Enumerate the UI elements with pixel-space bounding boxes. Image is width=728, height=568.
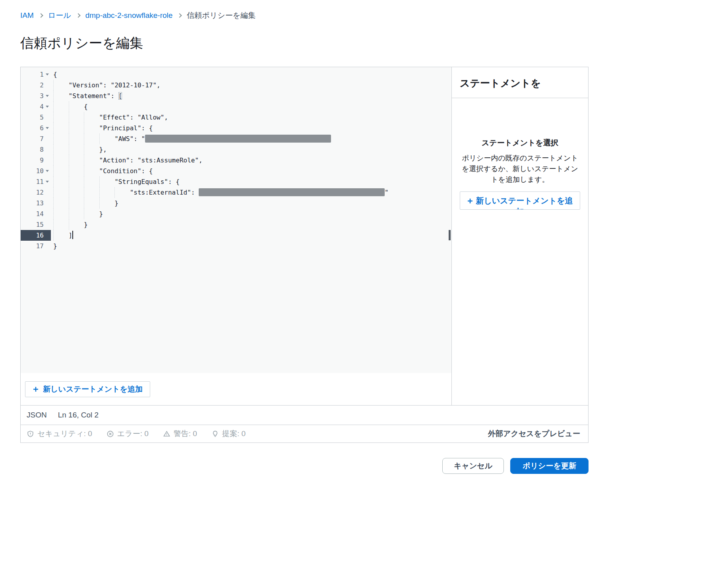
add-statement-panel-button[interactable]: 新しいステートメントを追加 (460, 191, 580, 210)
indent-guide (69, 123, 69, 133)
code-text: } (51, 241, 451, 251)
code-text: "StringEquals": { (51, 176, 451, 187)
breadcrumb-item-role-name[interactable]: dmp-abc-2-snowflake-role (85, 11, 173, 20)
suggestions-counter-label: 提案: 0 (222, 429, 246, 439)
code-text: "Effect": "Allow", (51, 112, 451, 123)
code-text: }, (51, 144, 451, 155)
code-line-6[interactable]: 6 "Principal": { (21, 123, 451, 133)
indent-guide (84, 209, 84, 219)
code-editor-column: 1{2 "Version": "2012-10-17",3 "Statement… (21, 67, 451, 405)
line-number[interactable]: 8 (21, 144, 51, 155)
indent-guide (53, 155, 54, 166)
line-number[interactable]: 7 (21, 133, 51, 144)
text-cursor (72, 231, 73, 239)
code-line-4[interactable]: 4 { (21, 101, 451, 112)
indent-guide (69, 209, 69, 219)
fold-spacer (44, 155, 51, 166)
fold-arrow-icon[interactable] (44, 91, 51, 101)
code-line-17[interactable]: 17} (21, 241, 451, 251)
line-number[interactable]: 16 (21, 230, 51, 241)
line-number[interactable]: 2 (21, 80, 51, 91)
fold-spacer (44, 112, 51, 123)
line-number[interactable]: 12 (21, 187, 51, 198)
suggestions-counter[interactable]: 提案: 0 (211, 429, 246, 439)
warnings-counter-label: 警告: 0 (174, 429, 197, 439)
line-number[interactable]: 5 (21, 112, 51, 123)
code-line-16[interactable]: 16 ] (21, 230, 451, 241)
redacted-value (145, 135, 331, 143)
breadcrumb-item-roles[interactable]: ロール (48, 10, 71, 21)
code-text: } (51, 209, 451, 219)
chevron-right-icon (39, 13, 43, 17)
indent-guide (114, 187, 115, 198)
code-text: { (51, 69, 451, 80)
fold-spacer (44, 219, 51, 230)
fold-arrow-icon[interactable] (44, 176, 51, 187)
line-number[interactable]: 10 (21, 166, 51, 176)
line-number[interactable]: 3 (21, 91, 51, 101)
add-statement-button[interactable]: 新しいステートメントを追加 (25, 381, 150, 397)
update-policy-button[interactable]: ポリシーを更新 (510, 458, 589, 474)
fold-spacer (44, 230, 51, 241)
code-line-13[interactable]: 13 } (21, 198, 451, 209)
add-statement-button-label: 新しいステートメントを追加 (43, 384, 143, 394)
code-line-10[interactable]: 10 "Condition": { (21, 166, 451, 176)
warnings-counter[interactable]: 警告: 0 (163, 429, 197, 439)
indent-guide (84, 166, 84, 176)
warning-triangle-icon (163, 430, 170, 438)
breadcrumb-item-iam[interactable]: IAM (20, 11, 34, 20)
code-text: "AWS": " (51, 133, 451, 144)
line-number[interactable]: 4 (21, 101, 51, 112)
code-text: "Condition": { (51, 166, 451, 176)
errors-counter[interactable]: エラー: 0 (106, 429, 149, 439)
fold-arrow-icon[interactable] (44, 101, 51, 112)
editor-mode-label: JSON (27, 411, 47, 419)
line-number[interactable]: 1 (21, 69, 51, 80)
side-panel-title: ステートメントを (452, 67, 588, 98)
code-line-9[interactable]: 9 "Action": "sts:AssumeRole", (21, 155, 451, 166)
fold-arrow-icon[interactable] (44, 123, 51, 133)
code-line-2[interactable]: 2 "Version": "2012-10-17", (21, 80, 451, 91)
code-line-3[interactable]: 3 "Statement": [ (21, 91, 451, 101)
page-actions: キャンセル ポリシーを更新 (20, 458, 589, 474)
line-number[interactable]: 15 (21, 219, 51, 230)
line-number[interactable]: 13 (21, 198, 51, 209)
code-line-12[interactable]: 12 "sts:ExternalId": " (21, 187, 451, 198)
code-editor[interactable]: 1{2 "Version": "2012-10-17",3 "Statement… (21, 67, 451, 373)
breadcrumb-item-current: 信頼ポリシーを編集 (187, 10, 256, 21)
fold-arrow-icon[interactable] (44, 69, 51, 80)
indent-guide (99, 198, 100, 209)
indent-guide (69, 198, 69, 209)
code-line-14[interactable]: 14 } (21, 209, 451, 219)
code-line-5[interactable]: 5 "Effect": "Allow", (21, 112, 451, 123)
fold-spacer (44, 133, 51, 144)
error-circle-icon (106, 430, 114, 438)
code-text: "Principal": { (51, 123, 451, 133)
indent-guide (53, 176, 54, 187)
trust-policy-editor: 1{2 "Version": "2012-10-17",3 "Statement… (20, 67, 589, 443)
redacted-value (199, 188, 385, 196)
line-number[interactable]: 9 (21, 155, 51, 166)
indent-guide (53, 91, 54, 101)
line-number[interactable]: 14 (21, 209, 51, 219)
code-text: { (51, 101, 451, 112)
indent-guide (99, 176, 100, 187)
preview-external-access-button[interactable]: 外部アクセスをプレビュー (488, 429, 580, 439)
indent-guide (99, 187, 100, 198)
cancel-button[interactable]: キャンセル (442, 458, 504, 474)
code-line-8[interactable]: 8 }, (21, 144, 451, 155)
fold-arrow-icon[interactable] (44, 166, 51, 176)
code-line-15[interactable]: 15 } (21, 219, 451, 230)
chevron-right-icon (76, 13, 80, 17)
line-number[interactable]: 17 (21, 241, 51, 251)
security-counter[interactable]: セキュリティ: 0 (27, 429, 92, 439)
code-text: ] (51, 230, 451, 241)
cursor-position-label: Ln 16, Col 2 (58, 411, 99, 419)
statement-side-panel: ステートメントを ステートメントを選択 ポリシー内の既存のステートメントを選択す… (451, 67, 588, 405)
code-line-7[interactable]: 7 "AWS": " (21, 133, 451, 144)
line-number[interactable]: 11 (21, 176, 51, 187)
code-line-11[interactable]: 11 "StringEquals": { (21, 176, 451, 187)
code-line-1[interactable]: 1{ (21, 69, 451, 80)
line-number[interactable]: 6 (21, 123, 51, 133)
code-text: "sts:ExternalId": " (51, 187, 451, 198)
